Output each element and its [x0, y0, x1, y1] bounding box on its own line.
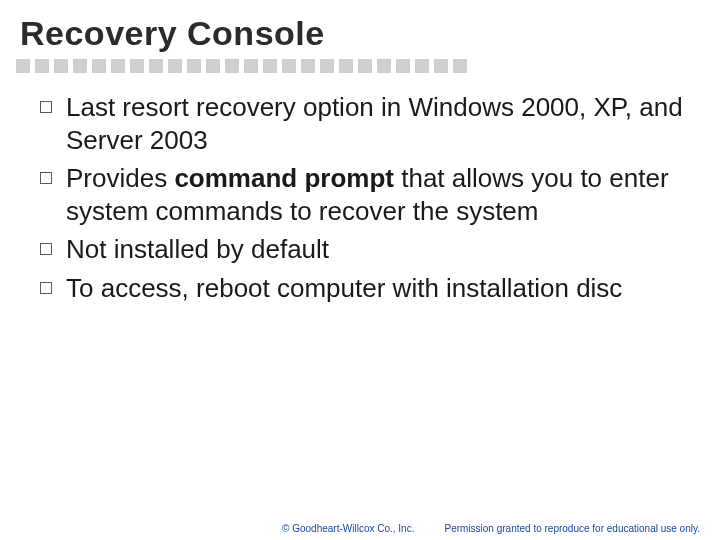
- list-item: Provides command prompt that allows you …: [40, 162, 692, 227]
- divider-square: [377, 59, 391, 73]
- footer-permission: Permission granted to reproduce for educ…: [444, 523, 700, 534]
- divider-square: [54, 59, 68, 73]
- bullet-text: To access, reboot computer with installa…: [66, 272, 692, 305]
- list-item: Last resort recovery option in Windows 2…: [40, 91, 692, 156]
- bullet-text: Not installed by default: [66, 233, 692, 266]
- divider-square: [111, 59, 125, 73]
- divider-square: [168, 59, 182, 73]
- divider-square: [187, 59, 201, 73]
- bullet-marker-icon: [40, 101, 52, 113]
- divider-square: [358, 59, 372, 73]
- bullet-marker-icon: [40, 172, 52, 184]
- divider-square: [130, 59, 144, 73]
- bullet-list: Last resort recovery option in Windows 2…: [0, 91, 720, 304]
- divider-square: [396, 59, 410, 73]
- bullet-text: Last resort recovery option in Windows 2…: [66, 91, 692, 156]
- divider-squares: [0, 59, 720, 73]
- text-segment: Last resort recovery option in Windows 2…: [66, 92, 683, 155]
- text-segment: Not installed by default: [66, 234, 329, 264]
- divider-square: [434, 59, 448, 73]
- page-title: Recovery Console: [0, 0, 720, 59]
- slide: Recovery Console Last resort recovery op…: [0, 0, 720, 540]
- divider-square: [453, 59, 467, 73]
- list-item: To access, reboot computer with installa…: [40, 272, 692, 305]
- divider-square: [244, 59, 258, 73]
- bold-text: command prompt: [174, 163, 394, 193]
- footer: © Goodheart-Willcox Co., Inc. Permission…: [282, 523, 700, 534]
- divider-square: [301, 59, 315, 73]
- footer-copyright: © Goodheart-Willcox Co., Inc.: [282, 523, 414, 534]
- list-item: Not installed by default: [40, 233, 692, 266]
- divider-square: [415, 59, 429, 73]
- divider-square: [263, 59, 277, 73]
- bullet-marker-icon: [40, 282, 52, 294]
- divider-square: [149, 59, 163, 73]
- divider-square: [206, 59, 220, 73]
- bullet-text: Provides command prompt that allows you …: [66, 162, 692, 227]
- divider-square: [320, 59, 334, 73]
- divider-square: [35, 59, 49, 73]
- divider-square: [282, 59, 296, 73]
- bullet-marker-icon: [40, 243, 52, 255]
- divider-square: [339, 59, 353, 73]
- divider-square: [225, 59, 239, 73]
- text-segment: To access, reboot computer with installa…: [66, 273, 622, 303]
- divider-square: [92, 59, 106, 73]
- divider-square: [16, 59, 30, 73]
- divider-square: [73, 59, 87, 73]
- text-segment: Provides: [66, 163, 174, 193]
